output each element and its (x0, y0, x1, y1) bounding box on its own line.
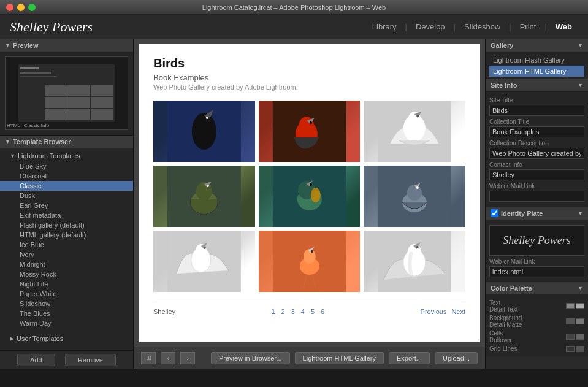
gallery-type-btn[interactable]: Lightroom HTML Gallery (295, 352, 384, 364)
template-the-blues[interactable]: The Blues (0, 308, 133, 318)
page-6-link[interactable]: 6 (319, 307, 326, 316)
template-ivory[interactable]: Ivory (0, 250, 133, 259)
page-5-link[interactable]: 5 (309, 307, 316, 316)
next-btn[interactable]: › (180, 352, 195, 364)
identity-plate-text: Shelley Powers (503, 234, 570, 247)
template-classic[interactable]: Classic (0, 181, 133, 191)
web-mail-field: Web or Mail Link (489, 183, 584, 202)
color-swatch-cells-2[interactable] (576, 334, 584, 340)
right-panel: Gallery ▼ Lightroom Flash Gallery Lightr… (485, 39, 588, 369)
photo-cell-9[interactable] (364, 231, 465, 292)
user-templates-header[interactable]: ▶ User Templates (0, 333, 133, 344)
template-warm-day[interactable]: Warm Day (0, 318, 133, 328)
flash-gallery-option[interactable]: Lightroom Flash Gallery (489, 55, 584, 66)
collection-title-input[interactable] (489, 126, 584, 137)
prev-btn[interactable]: ‹ (161, 352, 175, 364)
gallery-section-header[interactable]: Gallery ▼ (486, 39, 588, 52)
photo-cell-5[interactable] (259, 166, 361, 227)
gallery-options-section: Gallery ▼ Lightroom Flash Gallery Lightr… (486, 39, 588, 79)
template-ice-blue[interactable]: Ice Blue (0, 240, 133, 250)
chevron-right-icon: › (186, 354, 189, 362)
nav-print[interactable]: Print (514, 20, 543, 34)
photo-cell-8[interactable] (259, 231, 361, 292)
template-night-life[interactable]: Night Life (0, 279, 133, 289)
gallery-section-title: Gallery (491, 42, 513, 49)
nav-web[interactable]: Web (549, 20, 578, 34)
template-flash-gallery-default[interactable]: Flash gallery (default) (0, 220, 133, 230)
color-swatch-bg-1[interactable] (566, 318, 575, 324)
color-swatches-bg (566, 318, 584, 324)
nav-slideshow[interactable]: Slideshow (458, 20, 506, 34)
template-charcoal[interactable]: Charcoal (0, 171, 133, 181)
left-panel-bottom: Add Remove (0, 350, 133, 369)
collection-desc-input[interactable] (489, 148, 584, 159)
page-2-link[interactable]: 2 (280, 307, 287, 316)
template-html-gallery-default[interactable]: HTML gallery (default) (0, 230, 133, 240)
preview-cell (67, 97, 90, 108)
template-browser-arrow: ▼ (5, 139, 10, 145)
gallery-previous-link[interactable]: Previous (421, 308, 447, 315)
svg-point-20 (309, 183, 311, 186)
photo-cell-2[interactable] (259, 101, 361, 162)
web-mail-input[interactable] (489, 191, 584, 202)
photo-cell-7[interactable] (153, 231, 255, 292)
page-1-link[interactable]: 1 (269, 307, 277, 316)
site-info-content: Site Title Collection Title Collection D… (486, 92, 588, 207)
site-info-header[interactable]: Site Info ▼ (486, 79, 588, 92)
close-button[interactable] (6, 4, 13, 11)
preview-header[interactable]: ▼ Preview (0, 39, 133, 52)
template-midnight[interactable]: Midnight (0, 259, 133, 269)
template-browser-tree: ▼ Lightroom Templates Blue Sky Charcoal … (0, 148, 133, 350)
identity-plate-checkbox[interactable] (491, 209, 498, 217)
svg-point-38 (416, 246, 419, 248)
svg-point-14 (196, 182, 212, 201)
template-browser-header[interactable]: ▼ Template Browser (0, 136, 133, 148)
preview-browser-btn[interactable]: Preview in Browser... (211, 352, 290, 364)
maximize-button[interactable] (28, 4, 36, 11)
nav-develop[interactable]: Develop (410, 20, 451, 34)
page-3-link[interactable]: 3 (289, 307, 297, 316)
color-swatch-text-2[interactable] (576, 303, 584, 309)
gallery-next-link[interactable]: Next (451, 308, 465, 315)
lightroom-templates-arrow: ▼ (10, 153, 15, 159)
center-bottom-right: Preview in Browser... Lightroom HTML Gal… (211, 352, 478, 364)
add-button[interactable]: Add (17, 354, 55, 366)
contact-info-input[interactable] (489, 169, 584, 180)
color-swatch-grid-1[interactable] (566, 346, 575, 352)
identity-plate-header[interactable]: Identity Plate ▼ (486, 207, 588, 220)
preview-cell (67, 85, 90, 96)
preview-content: HTML Classic Info (0, 52, 133, 135)
export-btn[interactable]: Export... (389, 352, 430, 364)
upload-btn[interactable]: Upload... (435, 352, 478, 364)
photo-cell-1[interactable] (153, 101, 255, 162)
page-4-link[interactable]: 4 (299, 307, 307, 316)
lightroom-templates-header[interactable]: ▼ Lightroom Templates (0, 150, 133, 161)
svg-point-19 (310, 188, 320, 202)
html-gallery-option[interactable]: Lightroom HTML Gallery (489, 66, 584, 77)
template-earl-grey[interactable]: Earl Grey (0, 201, 133, 210)
site-title-input[interactable] (489, 105, 584, 116)
preview-cell (45, 97, 67, 108)
template-exif-metadata[interactable]: Exif metadata (0, 210, 133, 220)
template-blue-sky[interactable]: Blue Sky (0, 161, 133, 171)
color-palette-header[interactable]: Color Palette ▼ (486, 282, 588, 295)
photo-cell-6[interactable] (364, 166, 465, 227)
template-dusk[interactable]: Dusk (0, 191, 133, 201)
window-controls[interactable] (6, 4, 36, 11)
remove-button[interactable]: Remove (65, 354, 116, 366)
photo-cell-4[interactable] (153, 166, 255, 227)
minimize-button[interactable] (17, 4, 25, 11)
color-swatches-text (566, 303, 584, 309)
color-swatch-text-1[interactable] (566, 303, 575, 309)
color-swatch-grid-2[interactable] (576, 346, 584, 352)
view-icon-btn[interactable]: ⊞ (141, 352, 156, 364)
identity-plate-preview[interactable]: Shelley Powers (489, 225, 584, 256)
template-paper-white[interactable]: Paper White (0, 289, 133, 299)
template-slideshow[interactable]: Slideshow (0, 299, 133, 308)
nav-library[interactable]: Library (366, 20, 403, 34)
color-swatch-cells-1[interactable] (566, 334, 575, 340)
identity-web-mail-input[interactable] (489, 266, 584, 277)
template-mossy-rock[interactable]: Mossy Rock (0, 269, 133, 279)
color-swatch-bg-2[interactable] (576, 318, 584, 324)
photo-cell-3[interactable] (364, 101, 465, 162)
